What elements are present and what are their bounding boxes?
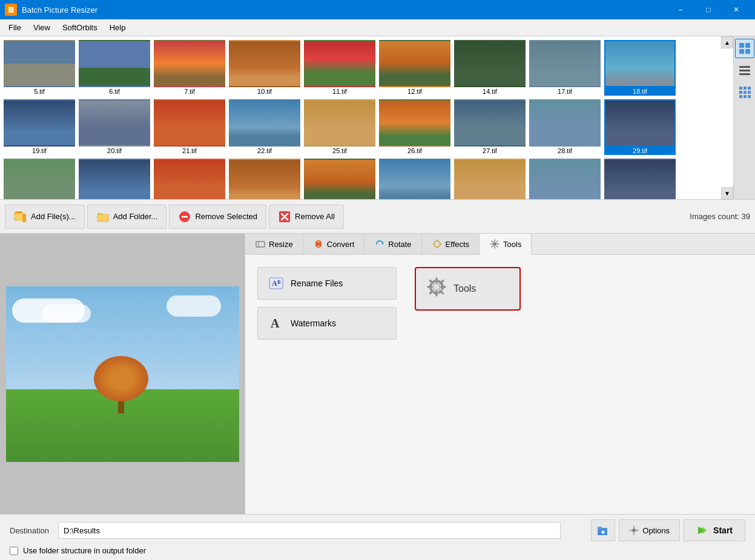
gallery-item[interactable]: 12.tif: [378, 39, 452, 97]
destination-row: Destination Options: [10, 519, 745, 541]
gallery-item[interactable]: 25.tif: [303, 98, 377, 156]
rotate-tab-icon: [374, 239, 385, 249]
svg-text:B: B: [277, 280, 281, 285]
tabs-panel: Resize Convert: [245, 234, 755, 514]
menu-bar: File View SoftOrbits Help: [0, 19, 755, 36]
resize-tab-label: Resize: [269, 240, 293, 249]
svg-rect-18: [15, 213, 23, 220]
gallery-scroll[interactable]: 5.tif 6.tif 7.tif 10.tif: [0, 36, 733, 199]
minimize-button[interactable]: –: [667, 0, 694, 19]
gallery-scroll-up-button[interactable]: ▲: [721, 36, 733, 48]
gallery-item[interactable]: 35.tif: [228, 157, 302, 199]
large-thumbnail-view-button[interactable]: [735, 39, 754, 58]
tools-gear-icon: [426, 276, 447, 302]
convert-tab-label: Convert: [327, 240, 355, 249]
svg-point-30: [434, 241, 440, 247]
gallery-item[interactable]: 21.tif: [153, 98, 226, 156]
svg-point-47: [632, 529, 636, 532]
svg-rect-2: [739, 49, 744, 54]
tools-action-label: Tools: [453, 283, 476, 294]
start-label: Start: [713, 525, 733, 535]
tab-resize[interactable]: Resize: [245, 234, 303, 254]
tools-left-panel: A B Rename Files A Watermar: [257, 267, 397, 502]
svg-rect-8: [743, 87, 747, 90]
svg-rect-14: [743, 95, 747, 98]
main-content: 5.tif 6.tif 7.tif 10.tif: [0, 36, 755, 560]
gallery-item[interactable]: 38.tif: [378, 157, 452, 199]
rotate-tab-label: Rotate: [388, 240, 411, 249]
options-button[interactable]: Options: [619, 519, 680, 541]
rename-files-button[interactable]: A B Rename Files: [257, 267, 397, 300]
svg-marker-49: [702, 527, 707, 534]
gallery-item[interactable]: 14.tif: [453, 39, 527, 97]
images-count: Images count: 39: [690, 212, 750, 221]
tools-tab-content: A B Rename Files A Watermar: [245, 255, 755, 514]
menu-help[interactable]: Help: [104, 21, 132, 35]
gallery-scroll-down-button[interactable]: ▼: [721, 187, 733, 199]
options-label: Options: [642, 526, 670, 535]
destination-input[interactable]: [58, 522, 561, 539]
small-thumbnail-view-button[interactable]: [735, 82, 754, 102]
checkbox-row: Use folder structure in output folder: [10, 546, 745, 555]
list-view-button[interactable]: [735, 61, 754, 80]
lower-section: Resize Convert: [0, 234, 755, 514]
menu-file[interactable]: File: [2, 21, 27, 35]
gallery-row: 30.tif 32.tif 33.tif 35.tif: [2, 157, 731, 199]
gallery-item[interactable]: 39.tif: [453, 157, 527, 199]
remove-selected-button[interactable]: Remove Selected: [169, 205, 266, 229]
gallery-item[interactable]: 19.tif: [2, 98, 76, 156]
watermarks-button[interactable]: A Watermarks: [257, 307, 397, 340]
maximize-button[interactable]: □: [694, 0, 722, 19]
gallery-item[interactable]: 27.tif: [453, 98, 527, 156]
gallery-item[interactable]: 20.tif: [77, 98, 151, 156]
destination-actions: Options Start: [591, 519, 745, 541]
gallery-item[interactable]: autumn lake.tif: [603, 157, 677, 199]
effects-tab-icon: [432, 239, 443, 249]
gallery-item[interactable]: 33.tif: [153, 157, 226, 199]
gallery-item[interactable]: 6.tif: [77, 39, 151, 97]
add-folder-button[interactable]: Add Folder...: [87, 205, 167, 229]
svg-point-35: [493, 242, 496, 246]
start-button[interactable]: Start: [684, 519, 745, 541]
rename-files-label: Rename Files: [291, 278, 343, 288]
svg-rect-5: [739, 70, 750, 71]
remove-all-icon: [278, 210, 291, 223]
tab-effects[interactable]: Effects: [422, 234, 480, 254]
svg-rect-20: [97, 213, 102, 216]
add-files-button[interactable]: Add File(s)...: [5, 205, 85, 229]
gallery-item[interactable]: 22.tif: [228, 98, 302, 156]
gallery-item[interactable]: 10.tif: [228, 39, 302, 97]
gallery-item[interactable]: 30.tif: [2, 157, 76, 199]
menu-softorbits[interactable]: SoftOrbits: [56, 21, 104, 35]
gallery-item[interactable]: 11.tif: [303, 39, 377, 97]
use-folder-structure-checkbox[interactable]: [10, 547, 18, 555]
gallery-item[interactable]: 32.tif: [77, 157, 151, 199]
gallery-item[interactable]: 26.tif: [378, 98, 452, 156]
svg-rect-3: [745, 49, 750, 54]
remove-all-label: Remove All: [295, 212, 335, 221]
svg-point-42: [434, 284, 440, 290]
svg-rect-13: [739, 95, 742, 98]
browse-destination-button[interactable]: [591, 519, 615, 541]
gallery-item[interactable]: 7.tif: [153, 39, 226, 97]
remove-all-button[interactable]: Remove All: [269, 205, 344, 229]
tools-action-button[interactable]: Tools: [415, 267, 521, 311]
svg-rect-15: [748, 95, 751, 98]
gallery-item[interactable]: 37.tif: [303, 157, 377, 199]
menu-view[interactable]: View: [27, 21, 56, 35]
convert-tab-icon: [313, 239, 324, 249]
gallery-item-selected[interactable]: 18.tif: [603, 39, 677, 97]
close-button[interactable]: ✕: [722, 0, 750, 19]
add-files-label: Add File(s)...: [31, 212, 76, 221]
gallery-item[interactable]: 40.tif: [528, 157, 602, 199]
gallery-item[interactable]: 28.tif: [528, 98, 602, 156]
resize-tab-icon: [255, 239, 266, 249]
gallery-item[interactable]: 17.tif: [528, 39, 602, 97]
tab-tools[interactable]: Tools: [480, 234, 532, 255]
gallery-item[interactable]: 5.tif: [2, 39, 76, 97]
gallery-item-selected[interactable]: 29.tif: [603, 98, 677, 156]
tab-convert[interactable]: Convert: [303, 234, 365, 254]
svg-rect-26: [256, 242, 265, 247]
toolbar: Add File(s)... Add Folder... Remove Sele…: [0, 200, 755, 234]
tab-rotate[interactable]: Rotate: [364, 234, 421, 254]
